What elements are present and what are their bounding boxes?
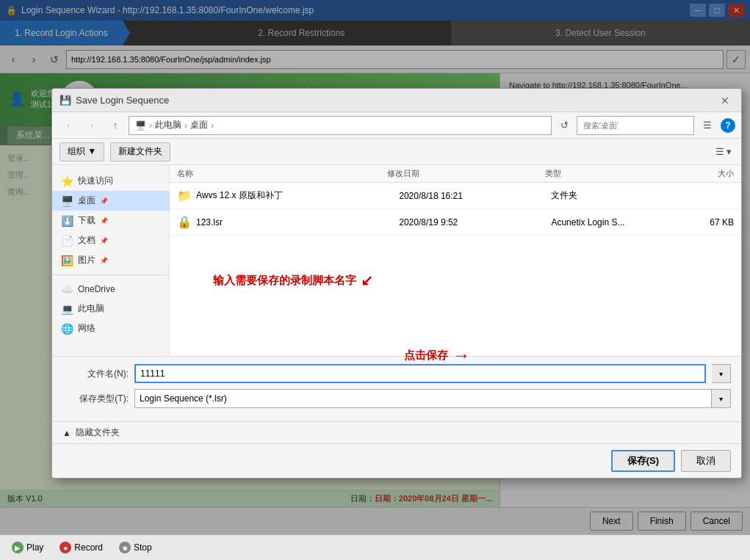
- organize-button[interactable]: 组织 ▼: [60, 142, 104, 161]
- filetype-select-container: Login Sequence (*.lsr) ▾: [134, 389, 731, 408]
- save-dialog-title: Save Login Sequence: [76, 95, 169, 106]
- filename-input[interactable]: [134, 364, 706, 383]
- pictures-pin-icon: 📌: [100, 257, 108, 264]
- filetype-label: 保存类型(T):: [62, 393, 129, 405]
- onedrive-label: OneDrive: [78, 284, 115, 294]
- record-icon: ●: [60, 542, 71, 553]
- dialog-close-button[interactable]: ✕: [716, 92, 734, 109]
- dialog-toolbar: ‹ › ↑ 🖥️ › 此电脑 › 桌面 › ↺ ☰ ?: [52, 112, 741, 139]
- dialog-action-bar: 组织 ▼ 新建文件夹 ☰ ▾: [52, 139, 741, 165]
- path-sep-1: ›: [149, 120, 152, 131]
- path-part-2[interactable]: 桌面: [190, 119, 208, 131]
- help-button[interactable]: ?: [721, 118, 735, 133]
- file-list-header: 名称 修改日期 类型 大小: [170, 165, 741, 183]
- file-list-area: 名称 修改日期 类型 大小 📁 Awvs 12.x 原版和补丁 2020/8/1…: [170, 165, 741, 356]
- play-button[interactable]: ▶ Play: [7, 540, 48, 555]
- desktop-label: 桌面: [78, 194, 95, 207]
- col-type[interactable]: 类型: [545, 168, 650, 179]
- stop-button[interactable]: ■ Stop: [115, 540, 156, 555]
- hidden-folder-label: 隐藏文件夹: [76, 426, 120, 439]
- desktop-pin-icon: 📌: [100, 197, 108, 205]
- file-name-0: Awvs 12.x 原版和补丁: [196, 189, 399, 202]
- downloads-label: 下载: [78, 214, 95, 227]
- file-type-0: 文件夹: [551, 189, 652, 202]
- dialog-save-button[interactable]: 保存(S): [611, 450, 675, 472]
- thispc-label: 此电脑: [78, 302, 104, 315]
- filetype-display: Login Sequence (*.lsr): [134, 389, 712, 408]
- downloads-icon: ⬇️: [61, 215, 73, 227]
- dialog-sidebar: ⭐ 快速访问 🖥️ 桌面 📌 ⬇️ 下载 📌 📄 文档 📌: [52, 165, 170, 356]
- new-folder-button[interactable]: 新建文件夹: [110, 142, 170, 161]
- filename-row: 文件名(N): ▾: [62, 364, 731, 383]
- documents-label: 文档: [78, 234, 95, 247]
- hidden-folder-section: ▲ 隐藏文件夹: [52, 421, 741, 443]
- dialog-path-bar: 🖥️ › 此电脑 › 桌面 ›: [129, 116, 552, 135]
- dialog-search-input[interactable]: [577, 116, 694, 135]
- file-date-0: 2020/8/18 16:21: [399, 191, 551, 201]
- path-sep-2: ›: [184, 120, 187, 131]
- path-part-1[interactable]: 此电脑: [155, 119, 181, 131]
- sidebar-pictures[interactable]: 🖼️ 图片 📌: [52, 250, 169, 270]
- filename-dropdown-button[interactable]: ▾: [712, 364, 731, 383]
- path-sep-3: ›: [211, 120, 214, 131]
- col-size[interactable]: 大小: [650, 168, 734, 179]
- folder-icon-0: 📁: [177, 189, 192, 203]
- path-icon: 🖥️: [135, 120, 146, 131]
- pictures-label: 图片: [78, 254, 95, 266]
- view-options-button[interactable]: ☰: [697, 116, 718, 135]
- sidebar-divider: [52, 274, 169, 275]
- sidebar-onedrive[interactable]: ☁️ OneDrive: [52, 280, 169, 299]
- dialog-forward-button[interactable]: ›: [82, 116, 102, 135]
- sidebar-network[interactable]: 🌐 网络: [52, 319, 169, 338]
- desktop-icon: 🖥️: [61, 195, 73, 207]
- pictures-icon: 🖼️: [61, 255, 73, 266]
- record-button[interactable]: ● Record: [55, 540, 107, 555]
- dialog-title-bar: 💾 Save Login Sequence ✕: [52, 89, 741, 112]
- documents-pin-icon: 📌: [100, 237, 108, 244]
- sidebar-desktop[interactable]: 🖥️ 桌面 📌: [52, 191, 169, 211]
- new-folder-label: 新建文件夹: [118, 146, 162, 156]
- file-row-0[interactable]: 📁 Awvs 12.x 原版和补丁 2020/8/18 16:21 文件夹: [170, 183, 741, 209]
- stop-icon: ■: [119, 542, 131, 553]
- sidebar-quick-access[interactable]: ⭐ 快速访问: [52, 171, 169, 191]
- hidden-folder-toggle[interactable]: ▲: [62, 428, 71, 438]
- dialog-back-button[interactable]: ‹: [58, 116, 79, 135]
- control-bar: ▶ Play ● Record ■ Stop: [0, 534, 750, 560]
- network-label: 网络: [78, 322, 95, 335]
- filename-label: 文件名(N):: [62, 368, 129, 380]
- filetype-row: 保存类型(T): Login Sequence (*.lsr) ▾: [62, 389, 731, 408]
- quick-access-label: 快速访问: [78, 175, 113, 187]
- organize-label: 组织 ▼: [68, 146, 96, 156]
- file-name-1: 123.lsr: [196, 217, 399, 228]
- save-dialog: 💾 Save Login Sequence ✕ ‹ › ↑ 🖥️ › 此电脑 ›…: [51, 88, 742, 479]
- filetype-dropdown-button[interactable]: ▾: [712, 389, 731, 408]
- downloads-pin-icon: 📌: [100, 217, 108, 225]
- record-label: Record: [74, 542, 103, 553]
- save-dialog-icon: 💾: [60, 95, 71, 106]
- dialog-refresh-button[interactable]: ↺: [555, 116, 574, 135]
- documents-icon: 📄: [61, 235, 73, 247]
- organize-group: 组织 ▼: [60, 142, 104, 161]
- thispc-icon: 💻: [61, 303, 73, 315]
- file-size-1: 67 KB: [653, 217, 734, 228]
- col-date[interactable]: 修改日期: [387, 168, 545, 179]
- sidebar-documents[interactable]: 📄 文档 📌: [52, 230, 169, 250]
- dialog-body: ⭐ 快速访问 🖥️ 桌面 📌 ⬇️ 下载 📌 📄 文档 📌: [52, 165, 741, 356]
- play-label: Play: [26, 542, 43, 553]
- sidebar-thispc[interactable]: 💻 此电脑: [52, 299, 169, 319]
- lsr-icon-1: 🔒: [177, 215, 192, 229]
- quick-access-icon: ⭐: [61, 175, 73, 187]
- view-toggle-button[interactable]: ☰ ▾: [713, 142, 734, 161]
- dialog-cancel-button[interactable]: 取消: [681, 450, 731, 472]
- dialog-actions: 保存(S) 取消: [52, 443, 741, 478]
- modal-overlay: 💾 Save Login Sequence ✕ ‹ › ↑ 🖥️ › 此电脑 ›…: [0, 0, 750, 534]
- file-date-1: 2020/8/19 9:52: [399, 217, 551, 228]
- file-type-1: Acunetix Login S...: [551, 217, 652, 228]
- network-icon: 🌐: [61, 323, 73, 335]
- stop-label: Stop: [134, 542, 152, 553]
- sidebar-downloads[interactable]: ⬇️ 下载 📌: [52, 211, 169, 230]
- col-name[interactable]: 名称: [177, 168, 387, 179]
- dialog-up-button[interactable]: ↑: [105, 116, 126, 135]
- file-row-1[interactable]: 🔒 123.lsr 2020/8/19 9:52 Acunetix Login …: [170, 209, 741, 236]
- play-icon: ▶: [12, 542, 24, 553]
